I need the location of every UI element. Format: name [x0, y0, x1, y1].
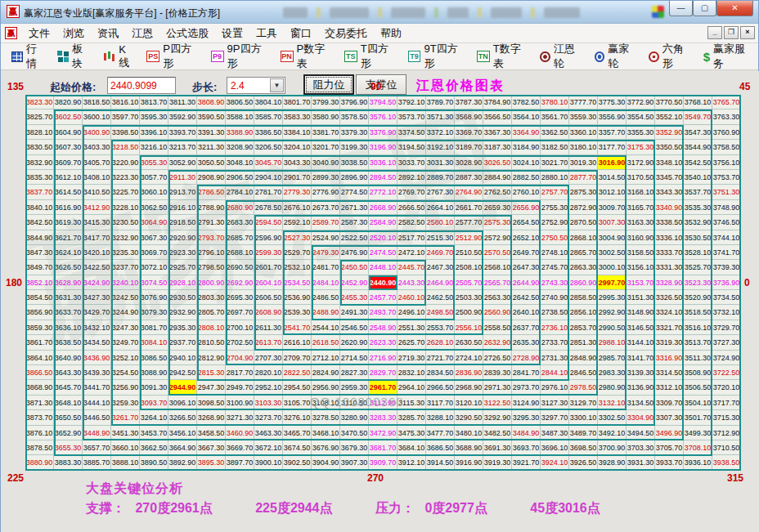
- gann-cell[interactable]: 3561.70: [541, 110, 569, 124]
- gann-cell[interactable]: 3712.90: [712, 426, 741, 440]
- gann-cell[interactable]: 3417.70: [83, 230, 111, 245]
- gann-cell[interactable]: 3724.90: [712, 351, 741, 365]
- gann-cell[interactable]: 3768.10: [684, 95, 712, 110]
- gann-cell[interactable]: 2486.50: [312, 290, 340, 305]
- gann-cell[interactable]: 3304.90: [627, 410, 655, 425]
- gann-cell[interactable]: 2505.70: [455, 275, 483, 290]
- gann-cell[interactable]: 2484.10: [312, 275, 340, 290]
- gann-cell[interactable]: 3571.30: [426, 110, 455, 124]
- gann-cell[interactable]: 3321.70: [655, 320, 684, 335]
- gann-cell[interactable]: 2659.30: [483, 200, 512, 215]
- gann-cell[interactable]: 3230.50: [111, 215, 140, 230]
- gann-cell[interactable]: 3556.90: [598, 110, 627, 124]
- gann-cell[interactable]: 3590.50: [197, 110, 226, 124]
- gann-cell[interactable]: 2520.10: [369, 230, 397, 245]
- gann-cell[interactable]: 3004.90: [598, 230, 627, 245]
- gann-cell[interactable]: 2812.90: [197, 351, 226, 365]
- gann-cell[interactable]: 2832.10: [397, 365, 426, 380]
- gann-cell[interactable]: 3751.30: [712, 185, 741, 199]
- gann-cell[interactable]: 2527.30: [283, 230, 312, 245]
- gann-cell[interactable]: 2834.50: [426, 365, 455, 380]
- gann-cell[interactable]: 3511.30: [684, 351, 712, 365]
- gann-cell[interactable]: 2556.10: [455, 320, 483, 335]
- gann-cell[interactable]: 3350.50: [655, 140, 684, 154]
- gann-cell[interactable]: 3518.50: [684, 305, 712, 320]
- gann-cell[interactable]: 2976.10: [541, 380, 569, 395]
- gann-cell[interactable]: 2829.70: [369, 365, 397, 380]
- gann-cell[interactable]: 3307.30: [655, 410, 684, 425]
- menu-trade[interactable]: 交易委托: [318, 24, 374, 43]
- gann-cell[interactable]: 2700.10: [226, 320, 254, 335]
- gann-cell[interactable]: 2608.90: [254, 305, 283, 320]
- gann-cell[interactable]: 2488.90: [312, 305, 340, 320]
- gann-cell[interactable]: 3883.30: [54, 455, 83, 470]
- gann-cell[interactable]: 3837.70: [25, 185, 54, 199]
- gann-cell[interactable]: 2462.50: [426, 290, 455, 305]
- gann-cell[interactable]: 3295.30: [512, 410, 541, 425]
- gann-cell[interactable]: 2839.30: [483, 365, 512, 380]
- gann-cell[interactable]: 2743.30: [541, 275, 569, 290]
- gann-cell[interactable]: 2918.50: [168, 215, 197, 230]
- gann-cell[interactable]: 3746.50: [712, 215, 741, 230]
- gann-cell[interactable]: 3674.50: [283, 440, 312, 455]
- gann-cell[interactable]: 3523.30: [684, 275, 712, 290]
- gann-cell[interactable]: 2997.70: [598, 275, 627, 290]
- gann-cell[interactable]: 2500.90: [455, 305, 483, 320]
- gann-cell[interactable]: 2594.50: [254, 215, 283, 230]
- gann-cell[interactable]: 3679.30: [340, 440, 369, 455]
- gann-cell[interactable]: 3432.10: [83, 320, 111, 335]
- gann-cell[interactable]: 3357.70: [598, 125, 627, 140]
- gann-cell[interactable]: 2896.90: [340, 170, 369, 185]
- gann-cell[interactable]: 2642.50: [512, 290, 541, 305]
- gann-cell[interactable]: 2793.70: [197, 230, 226, 245]
- gann-cell[interactable]: 3722.50: [712, 365, 741, 380]
- gann-cell[interactable]: 3897.70: [226, 455, 254, 470]
- gann-cell[interactable]: 2524.90: [312, 230, 340, 245]
- gann-cell[interactable]: 3489.70: [569, 426, 598, 440]
- gann-cell[interactable]: 3544.90: [684, 140, 712, 154]
- gann-cell[interactable]: 3076.90: [140, 290, 168, 305]
- gann-cell[interactable]: 2606.50: [254, 290, 283, 305]
- gann-cell[interactable]: 3508.90: [684, 365, 712, 380]
- resistance-button[interactable]: 阻力位: [303, 74, 354, 95]
- gann-cell[interactable]: 2755.30: [541, 200, 569, 215]
- gann-cell[interactable]: 3434.50: [83, 335, 111, 350]
- gann-cell[interactable]: 3847.30: [25, 245, 54, 260]
- gann-cell[interactable]: 3158.50: [627, 245, 655, 260]
- gann-cell[interactable]: 2788.90: [197, 200, 226, 215]
- gann-cell[interactable]: 3792.10: [397, 95, 426, 110]
- gann-cell[interactable]: 2877.70: [569, 170, 598, 185]
- gann-cell[interactable]: 3530.50: [684, 230, 712, 245]
- gann-cell[interactable]: 3732.10: [712, 305, 741, 320]
- gann-cell[interactable]: 2800.90: [197, 275, 226, 290]
- gann-cell[interactable]: 3098.50: [197, 396, 226, 410]
- gann-cell[interactable]: 3542.50: [684, 155, 712, 170]
- gann-cell[interactable]: 3496.90: [655, 426, 684, 440]
- gann-cell[interactable]: 3374.50: [397, 125, 426, 140]
- gann-cell[interactable]: 2719.30: [397, 351, 426, 365]
- gann-cell[interactable]: 3364.90: [512, 125, 541, 140]
- gann-cell[interactable]: 3552.10: [655, 110, 684, 124]
- gann-cell[interactable]: 3484.90: [512, 426, 541, 440]
- gann-cell[interactable]: 3345.70: [655, 170, 684, 185]
- gann-cell[interactable]: 3878.50: [25, 440, 54, 455]
- gann-cell[interactable]: 3146.50: [627, 320, 655, 335]
- gann-cell[interactable]: 3835.30: [25, 170, 54, 185]
- gann-cell[interactable]: 3314.50: [655, 365, 684, 380]
- gann-cell[interactable]: 3206.50: [254, 140, 283, 154]
- gann-cell[interactable]: 2966.50: [426, 380, 455, 395]
- gann-cell[interactable]: 3069.70: [140, 245, 168, 260]
- gann-cell[interactable]: 3340.90: [655, 200, 684, 215]
- gann-cell[interactable]: 3232.90: [111, 230, 140, 245]
- gann-cell[interactable]: 2988.10: [598, 335, 627, 350]
- gann-cell[interactable]: 2884.90: [483, 170, 512, 185]
- gann-cell[interactable]: 3868.90: [25, 380, 54, 395]
- gann-cell[interactable]: 3703.30: [627, 440, 655, 455]
- menu-news[interactable]: 资讯: [91, 24, 125, 43]
- gann-cell[interactable]: 3326.50: [655, 290, 684, 305]
- gann-cell[interactable]: 3331.30: [655, 260, 684, 275]
- gann-cell[interactable]: 2455.30: [340, 290, 369, 305]
- gann-cell[interactable]: 2440.90: [369, 275, 397, 290]
- gann-cell[interactable]: 2959.30: [340, 380, 369, 395]
- gann-cell[interactable]: 2817.70: [226, 365, 254, 380]
